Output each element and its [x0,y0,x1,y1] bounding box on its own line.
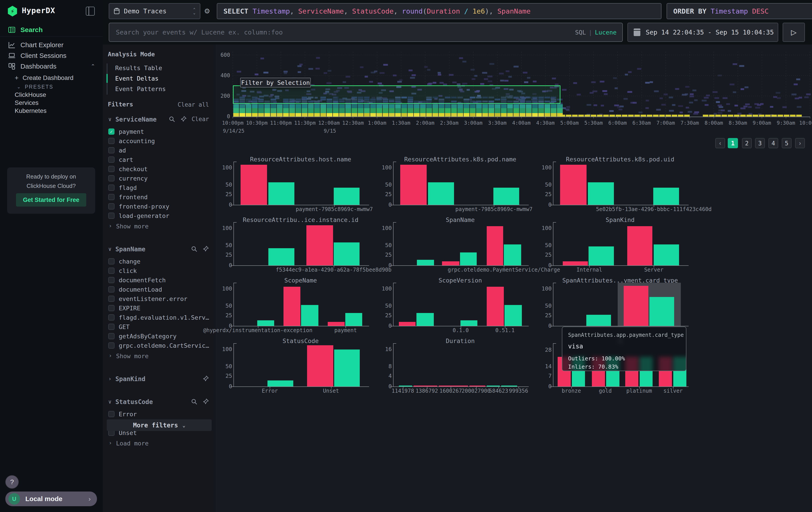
outlier-bar[interactable] [399,322,415,326]
inlier-bar[interactable] [267,380,293,386]
sidebar-collapse-icon[interactable] [86,7,95,16]
local-mode-button[interactable]: U Local mode › [5,491,97,506]
checkbox-unchecked[interactable] [108,324,115,330]
inlier-bar[interactable] [653,188,679,205]
inlier-bar[interactable] [487,385,500,386]
filter-option-checkout[interactable]: checkout [103,165,216,174]
mode-event-patterns[interactable]: Event Patterns [115,85,166,92]
outlier-bar[interactable] [627,226,652,265]
run-query-button[interactable]: ▷ [783,23,805,42]
filter-option-frontend[interactable]: frontend [103,193,216,203]
outlier-bar[interactable] [487,226,503,265]
outlier-bar[interactable] [240,165,267,205]
inlier-bar[interactable] [301,305,318,326]
mode-event-deltas[interactable]: Event Deltas [115,75,158,82]
checkbox-unchecked[interactable] [108,258,115,265]
clear-group-button[interactable]: Clear [192,116,209,123]
checkbox-unchecked[interactable] [108,138,115,144]
search-icon[interactable] [169,116,175,123]
checkbox-unchecked[interactable] [108,157,115,163]
inlier-bar[interactable] [345,313,362,326]
create-dashboard-item[interactable]: +Create Dashboard [0,74,103,82]
inlier-bar[interactable] [504,305,522,326]
filter-option-cart[interactable]: cart [103,156,216,165]
inlier-bar[interactable] [428,182,454,205]
checkbox-unchecked[interactable] [108,194,115,200]
lang-lucene[interactable]: Lucene [595,29,616,36]
inlier-bar[interactable] [501,385,517,386]
sidebar-item-search[interactable]: Search [0,25,103,35]
checkbox-unchecked[interactable] [108,203,115,210]
outlier-bar[interactable] [284,287,300,326]
filter-option-click[interactable]: click [103,267,216,276]
inlier-bar[interactable] [654,244,679,265]
filter-option-frontend-proxy[interactable]: frontend-proxy [103,203,216,212]
checkbox-unchecked[interactable] [108,277,115,283]
order-by-editor[interactable]: ORDER BY Timestamp DESC [667,3,812,19]
checkbox-unchecked[interactable] [108,175,115,182]
pin-icon[interactable] [202,398,209,405]
get-started-button[interactable]: Get Started for Free [16,193,86,207]
checkbox-unchecked[interactable] [108,286,115,293]
filter-option-flagd-evaluation-v1-serv-[interactable]: flagd.evaluation.v1.Serv… [103,314,216,323]
checkbox-unchecked[interactable] [108,296,115,302]
lang-sql[interactable]: SQL [575,29,586,36]
presets-toggle[interactable]: ⌄PRESETS [0,82,103,91]
inlier-bar[interactable] [268,248,294,265]
sidebar-item-dashboards[interactable]: Dashboards⌃ [0,61,103,72]
page-button-4[interactable]: 4 [768,138,778,148]
preset-dashboard-item-kubernetes[interactable]: Kubernetes [0,106,103,115]
page-button-1[interactable]: 1 [728,138,738,148]
inlier-bar[interactable] [417,260,434,265]
outlier-bar[interactable] [624,286,648,326]
filter-option-accounting[interactable]: accounting [103,137,216,146]
search-input[interactable]: Search your events w/ Lucene ex. column:… [109,23,623,42]
pin-icon[interactable] [180,116,187,123]
outlier-bar[interactable] [307,225,333,265]
events-heatmap[interactable]: 10:00pm10:30pm11:00pm11:30pm12:00am12:30… [219,49,812,138]
filter-option-flagd[interactable]: flagd [103,184,216,193]
outlier-bar[interactable] [439,385,468,386]
inlier-bar[interactable] [334,188,360,205]
pin-icon[interactable] [202,375,209,382]
show-more-button[interactable]: ›Show more [103,352,216,361]
chevron-down-icon[interactable]: ∨ [108,399,111,405]
checkbox-checked[interactable]: ✓ [108,129,115,135]
filter-option-load-generator[interactable]: load-generator [103,212,216,221]
clear-all-button[interactable]: Clear all [178,101,209,108]
checkbox-unchecked[interactable] [108,411,115,417]
filter-option-currency[interactable]: currency [103,174,216,184]
inlier-bar[interactable] [334,350,360,386]
inlier-bar[interactable] [460,252,477,265]
checkbox-unchecked[interactable] [108,342,115,349]
date-range-picker[interactable]: Sep 14 22:04:35 - Sep 15 10:04:35 [628,23,778,42]
search-icon[interactable] [191,246,198,252]
pin-icon[interactable] [202,246,209,252]
filter-option-error[interactable]: Error [103,410,216,420]
outlier-bar[interactable] [487,287,504,326]
page-button-2[interactable]: 2 [742,138,752,148]
checkbox-unchecked[interactable] [108,166,115,172]
sidebar-item-chart-explorer[interactable]: Chart Explorer [0,39,103,50]
outlier-bar[interactable] [469,385,485,386]
filter-option-documentfetch[interactable]: documentFetch [103,276,216,286]
outlier-bar[interactable] [328,322,345,326]
inlier-bar[interactable] [257,320,274,326]
filter-option-get[interactable]: GET [103,323,216,332]
inlier-bar[interactable] [416,313,434,326]
inlier-bar[interactable] [461,320,477,326]
sql-select-editor[interactable]: SELECT Timestamp, ServiceName, StatusCod… [217,3,662,19]
outlier-bar[interactable] [563,261,588,265]
page-prev-button[interactable]: ‹ [715,138,725,148]
checkbox-unchecked[interactable] [108,213,115,219]
filter-option-documentload[interactable]: documentLoad [103,286,216,295]
checkbox-unchecked[interactable] [108,314,115,321]
chevron-down-icon[interactable]: ∨ [108,116,111,123]
gear-icon[interactable]: ⚙ [205,6,210,16]
filter-option-payment[interactable]: ✓payment [103,128,216,137]
chevron-right-icon[interactable]: › [108,376,111,382]
filter-option-expire[interactable]: EXPIRE [103,304,216,314]
inlier-bar[interactable] [588,246,614,265]
outlier-bar[interactable] [400,165,427,205]
chevron-up-icon[interactable]: ⌃ [91,63,95,70]
